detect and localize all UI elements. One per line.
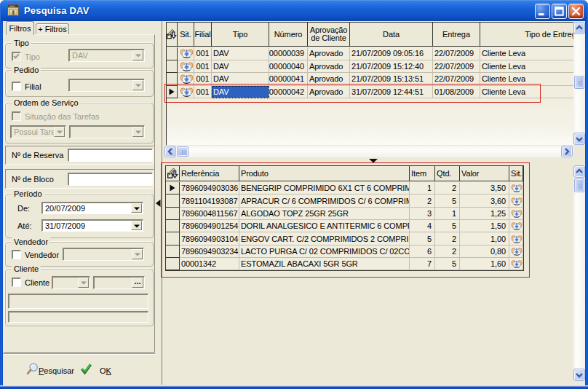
cell-tipo[interactable]: DAV <box>212 86 269 99</box>
cell-entrega[interactable]: 01/08/2009 <box>433 86 480 99</box>
cell-sit[interactable] <box>509 194 523 207</box>
cell-aprovacao[interactable]: Aprovado <box>308 73 350 86</box>
column-header-item[interactable]: Item <box>410 166 435 181</box>
column-header-valor[interactable]: Valor <box>460 166 509 181</box>
cell-sit[interactable] <box>509 220 523 232</box>
column-header-produto[interactable]: Produto <box>239 166 410 181</box>
close-button[interactable] <box>568 4 584 19</box>
cell-produto[interactable]: LACTO PURGA C/ 02 COMPRIMIDOS C/ 02CO <box>239 245 410 258</box>
cell-qtd[interactable]: 1 <box>435 208 460 220</box>
cell-sit[interactable] <box>509 232 523 245</box>
de-date-combo[interactable]: 20/07/2009 <box>41 202 143 214</box>
cliente-checkbox[interactable] <box>12 278 21 287</box>
top-hscroll-right-button[interactable] <box>561 146 573 157</box>
filial-combo[interactable] <box>68 79 145 92</box>
de-date-combo-arrow[interactable] <box>131 203 142 213</box>
cell-tipo_entrega[interactable]: Cliente Leva <box>480 47 585 60</box>
cell-sit[interactable] <box>178 73 194 86</box>
grid-corner-cell[interactable] <box>167 23 178 47</box>
top-hscroll-thumb[interactable] <box>177 146 188 157</box>
cell-referencia[interactable]: 7896094903234 <box>180 245 239 258</box>
cliente-tipo-combo-arrow[interactable] <box>78 278 89 288</box>
cell-tipo[interactable]: DAV <box>212 47 269 60</box>
splitter-collapse-up-icon[interactable] <box>369 159 378 163</box>
tipo-combo[interactable]: DAV <box>68 49 145 62</box>
column-header-qtd[interactable]: Qtd. <box>435 166 460 181</box>
cell-aprovacao[interactable]: Aprovado <box>308 60 350 74</box>
cell-sit[interactable] <box>178 47 194 60</box>
cell-referencia[interactable]: 7896094903036 <box>180 182 239 194</box>
column-header-sit[interactable]: Sit. <box>178 23 194 47</box>
grid-corner-cell[interactable] <box>166 166 180 181</box>
bottom-vscroll-down-button[interactable] <box>573 369 585 381</box>
filial-combo-arrow[interactable] <box>132 80 143 90</box>
cell-entrega[interactable]: 22/07/2009 <box>433 60 480 74</box>
cell-valor[interactable]: 1,50 <box>460 220 509 232</box>
cell-numero[interactable]: 00000041 <box>269 73 308 86</box>
vendedor-combo-arrow[interactable] <box>132 249 143 259</box>
splitter-collapse-left-icon[interactable] <box>156 200 161 207</box>
column-header-referencia[interactable]: Referência <box>180 166 239 181</box>
top-vscroll-up-button[interactable] <box>573 22 585 34</box>
tipo-checkbox[interactable] <box>12 52 21 61</box>
cell-valor[interactable]: 0,80 <box>460 245 509 258</box>
cell-item[interactable]: 5 <box>410 232 435 245</box>
cell-valor[interactable]: 1,25 <box>460 208 509 220</box>
cell-data[interactable]: 31/07/2009 12:44:51 <box>350 86 433 99</box>
cell-produto[interactable]: ESTOMAZIL ABACAXI 5GR 5GR <box>239 258 410 270</box>
cell-qtd[interactable]: 5 <box>435 258 460 270</box>
column-header-tipo[interactable]: Tipo <box>212 23 269 47</box>
tab-filtros[interactable]: Filtros <box>6 21 34 35</box>
tarefa-combo-arrow[interactable] <box>132 127 143 137</box>
cell-item[interactable]: 1 <box>410 182 435 194</box>
top-hscroll-left-button[interactable] <box>164 146 176 157</box>
cell-sit[interactable] <box>509 208 523 220</box>
cell-valor[interactable]: 1,00 <box>460 232 509 245</box>
cell-numero[interactable]: 00000039 <box>269 47 308 60</box>
bottom-vscroll-up-button[interactable] <box>573 165 585 178</box>
top-vscroll-thumb[interactable] <box>574 76 584 89</box>
cell-tipo_entrega[interactable]: Cliente Leva <box>480 86 585 99</box>
column-header-sit[interactable]: Sit. <box>509 166 523 181</box>
column-header-aprovacao[interactable]: Aprovação de Cliente <box>308 23 350 47</box>
cell-item[interactable]: 4 <box>410 220 435 232</box>
top-vscroll-down-button[interactable] <box>573 133 585 145</box>
cell-aprovacao[interactable]: Aprovado <box>308 86 350 99</box>
column-header-tipo_entrega[interactable]: Tipo de Entrega <box>480 23 585 47</box>
cell-produto[interactable]: ALGODAO TOPZ 25GR 25GR <box>239 208 410 220</box>
column-header-entrega[interactable]: Entrega <box>433 23 480 47</box>
cell-tipo[interactable]: DAV <box>212 73 269 86</box>
top-grid-hscrollbar[interactable] <box>164 146 573 157</box>
possui-tarefa-combo[interactable]: Possui Taref <box>10 125 66 138</box>
tipo-combo-arrow[interactable] <box>132 50 143 60</box>
cell-qtd[interactable]: 5 <box>435 220 460 232</box>
cell-referencia[interactable]: 7896094901254 <box>180 220 239 232</box>
bottom-grid-vscrollbar[interactable] <box>573 165 585 381</box>
cell-sit[interactable] <box>509 245 523 258</box>
cell-referencia[interactable]: 7896004811567 <box>180 208 239 220</box>
cell-item[interactable]: 6 <box>410 245 435 258</box>
cell-item[interactable]: 3 <box>410 208 435 220</box>
cell-entrega[interactable]: 22/07/2009 <box>433 47 480 60</box>
bloco-input[interactable] <box>68 173 153 186</box>
cell-item[interactable]: 7 <box>410 258 435 270</box>
cell-produto[interactable]: APRACUR C/ 6 COMPRIMIDOS C/ 6 COMPRIM <box>239 194 410 207</box>
cell-valor[interactable]: 3,60 <box>460 194 509 207</box>
cell-sit[interactable] <box>509 182 523 194</box>
cell-sit[interactable] <box>178 60 194 74</box>
vendedor-combo[interactable] <box>63 248 144 261</box>
cell-tipo_entrega[interactable]: Cliente Leva <box>480 60 585 74</box>
cell-data[interactable]: 21/07/2009 15:13:51 <box>350 73 433 86</box>
cell-filial[interactable]: 001 <box>194 47 212 60</box>
cell-sit[interactable] <box>509 258 523 270</box>
ate-date-combo-arrow[interactable] <box>131 221 142 230</box>
cell-qtd[interactable]: 5 <box>435 194 460 207</box>
cell-sit[interactable] <box>178 86 194 99</box>
cell-qtd[interactable]: 2 <box>435 245 460 258</box>
cell-qtd[interactable]: 2 <box>435 182 460 194</box>
cell-referencia[interactable]: 7896094903104 <box>180 232 239 245</box>
cell-data[interactable]: 21/07/2009 09:05:16 <box>350 47 433 60</box>
bottom-vscroll-thumb[interactable] <box>574 178 584 192</box>
cell-numero[interactable]: 00000042 <box>269 86 308 99</box>
maximize-button[interactable] <box>552 4 567 19</box>
